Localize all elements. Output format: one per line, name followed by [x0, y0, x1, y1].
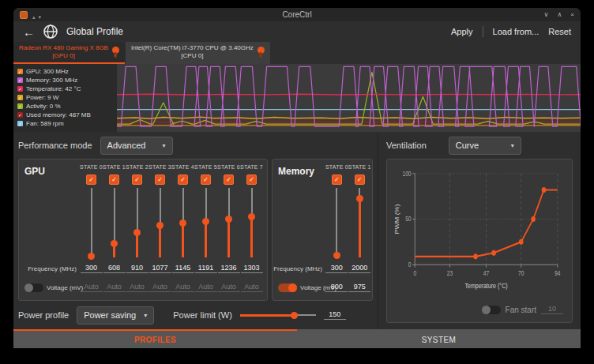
- legend-checkbox[interactable]: ✓: [17, 86, 23, 92]
- state-frequency-value[interactable]: 1077: [149, 264, 171, 273]
- state-checkbox[interactable]: ✓: [246, 174, 257, 185]
- performance-mode-label: Performance mode: [18, 141, 92, 150]
- device-tab-label: Intel(R) Core(TM) i7-3770 CPU @ 3.40GHz[…: [131, 44, 254, 60]
- legend-item: ✓Memory: 300 MHz: [17, 76, 115, 84]
- state-voltage-value[interactable]: Auto: [218, 283, 240, 292]
- state-frequency-value[interactable]: 608: [103, 264, 126, 273]
- state-voltage-value[interactable]: Auto: [126, 283, 148, 292]
- ventilation-mode-dropdown[interactable]: Curve ▾: [449, 137, 521, 155]
- state-frequency-slider[interactable]: [133, 188, 142, 257]
- slider-handle[interactable]: [156, 222, 164, 229]
- state-voltage-value[interactable]: 975: [348, 283, 370, 292]
- state-checkbox[interactable]: ✓: [355, 174, 365, 185]
- legend-checkbox[interactable]: ✓: [17, 95, 23, 100]
- state-checkbox[interactable]: ✓: [224, 174, 234, 185]
- state-voltage-value[interactable]: 800: [325, 283, 348, 292]
- state-frequency-value[interactable]: 1191: [195, 264, 217, 273]
- maximize-icon[interactable]: ∧: [557, 12, 562, 18]
- state-checkbox[interactable]: ✓: [109, 174, 119, 185]
- legend-checkbox[interactable]: ✓: [17, 121, 23, 126]
- left-column: Performance mode Advanced ▾ GPUFrequency…: [13, 132, 378, 329]
- fan-start-value[interactable]: 10: [541, 305, 563, 314]
- state-frequency-slider[interactable]: [201, 188, 211, 257]
- slider-handle[interactable]: [179, 220, 186, 227]
- legend-checkbox[interactable]: ✓: [17, 77, 23, 83]
- state-frequency-value[interactable]: 2000: [348, 264, 370, 273]
- state-frequency-value[interactable]: 300: [81, 264, 103, 273]
- tab-profiles[interactable]: PROFILES: [13, 329, 297, 348]
- state-voltage-value[interactable]: Auto: [172, 283, 194, 292]
- voltage-label-row: Voltage (mV): [24, 278, 80, 297]
- performance-mode-dropdown[interactable]: Advanced ▾: [100, 137, 173, 155]
- legend-checkbox[interactable]: ✓: [17, 112, 23, 118]
- app-icon[interactable]: [20, 11, 28, 19]
- state-frequency-slider[interactable]: [179, 188, 188, 257]
- memory-state-1: STATE 1✓2000975: [348, 164, 371, 297]
- power-limit-value[interactable]: 150: [324, 310, 346, 320]
- gpu-voltage-label: Voltage (mV): [47, 284, 83, 291]
- legend-item: ✓Used memory: 487 MB: [17, 111, 115, 119]
- device-tab-gpu[interactable]: Radeon RX 480 Gaming X 8GB[GPU 0]: [13, 42, 125, 64]
- state-checkbox[interactable]: ✓: [86, 174, 96, 185]
- state-voltage-value[interactable]: Auto: [103, 283, 126, 292]
- state-frequency-value[interactable]: 1145: [172, 264, 194, 273]
- slider-handle[interactable]: [202, 218, 209, 225]
- svg-text:Temperature (°C): Temperature (°C): [464, 282, 507, 290]
- slider-handle[interactable]: [88, 253, 95, 260]
- state-frequency-slider[interactable]: [355, 188, 364, 257]
- state-frequency-value[interactable]: 1303: [241, 264, 263, 273]
- state-frequency-slider[interactable]: [110, 188, 119, 257]
- back-button[interactable]: ←: [23, 26, 35, 38]
- state-frequency-slider[interactable]: [156, 188, 165, 257]
- state-voltage-value[interactable]: Auto: [241, 283, 263, 292]
- legend-label: Temperature: 42 °C: [26, 85, 81, 92]
- legend-checkbox[interactable]: ✓: [17, 69, 23, 74]
- state-label: STATE 3: [148, 164, 171, 173]
- state-frequency-slider[interactable]: [224, 188, 234, 257]
- state-voltage-value[interactable]: Auto: [195, 283, 217, 292]
- tab-system[interactable]: SYSTEM: [297, 329, 581, 348]
- state-checkbox[interactable]: ✓: [132, 174, 142, 185]
- fan-start-toggle[interactable]: [482, 306, 501, 314]
- state-checkbox[interactable]: ✓: [332, 174, 342, 185]
- state-frequency-value[interactable]: 910: [126, 264, 148, 273]
- gpu-voltage-toggle[interactable]: [24, 283, 43, 292]
- slider-handle[interactable]: [356, 195, 363, 202]
- state-checkbox[interactable]: ✓: [201, 174, 211, 185]
- state-checkbox[interactable]: ✓: [155, 174, 165, 185]
- right-column: Ventilation Curve ▾ 050100023477094Tempe…: [378, 132, 581, 329]
- load-from-button[interactable]: Load from...: [493, 27, 539, 36]
- slider-handle[interactable]: [333, 252, 340, 259]
- close-icon[interactable]: ×: [570, 12, 574, 18]
- state-frequency-slider[interactable]: [247, 188, 257, 257]
- bottom-tab-bar: PROFILES SYSTEM: [13, 329, 581, 348]
- slider-handle[interactable]: [111, 240, 118, 247]
- state-checkbox[interactable]: ✓: [178, 174, 188, 185]
- fan-curve-chart[interactable]: 050100023477094Temperature (°C)PWM (%): [393, 164, 568, 300]
- state-voltage-value[interactable]: Auto: [81, 283, 103, 292]
- slider-handle[interactable]: [291, 312, 298, 319]
- memory-voltage-toggle[interactable]: [278, 283, 297, 292]
- state-frequency-value[interactable]: 300: [325, 264, 348, 273]
- legend-checkbox[interactable]: ✓: [17, 103, 23, 109]
- state-frequency-slider[interactable]: [332, 188, 341, 257]
- reset-button[interactable]: Reset: [548, 27, 571, 36]
- titlebar[interactable]: ▴▾ CoreCtrl ∨∧×: [13, 8, 581, 21]
- legend-item: ✓Fan: 589 rpm: [17, 119, 115, 128]
- state-voltage-value[interactable]: Auto: [149, 283, 171, 292]
- svg-text:0: 0: [408, 261, 412, 268]
- state-frequency-slider[interactable]: [87, 188, 96, 257]
- chevron-down-icon: ▾: [163, 142, 166, 149]
- slider-handle[interactable]: [248, 213, 255, 220]
- slider-handle[interactable]: [225, 216, 232, 223]
- minimize-icon[interactable]: ∨: [544, 12, 549, 18]
- fan-start-row: Fan start 10: [393, 300, 568, 319]
- power-profile-dropdown[interactable]: Power saving ▾: [77, 306, 154, 325]
- device-tab-cpu[interactable]: Intel(R) Core(TM) i7-3770 CPU @ 3.40GHz[…: [126, 42, 270, 64]
- legend-label: Memory: 300 MHz: [26, 77, 77, 84]
- power-limit-slider[interactable]: [240, 310, 316, 320]
- state-frequency-value[interactable]: 1236: [218, 264, 240, 273]
- apply-button[interactable]: Apply: [451, 27, 473, 36]
- slider-handle[interactable]: [133, 229, 141, 236]
- header: ← Global Profile Apply Load from... Rese…: [13, 21, 581, 42]
